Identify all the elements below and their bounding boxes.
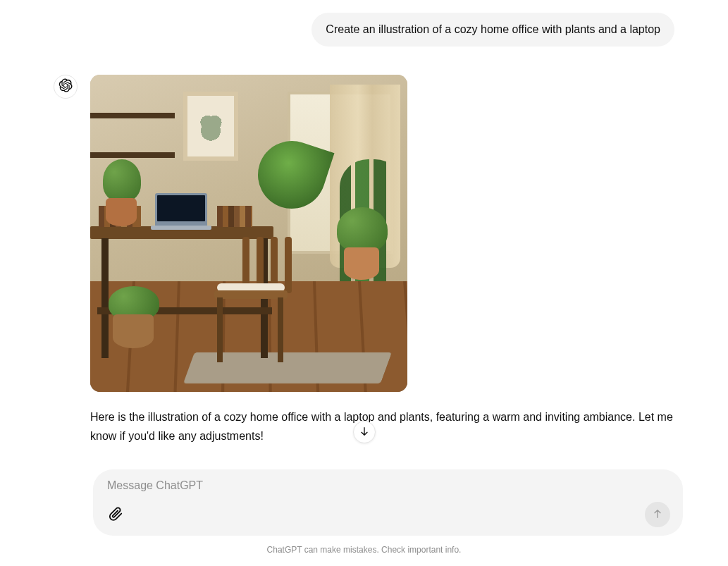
assistant-avatar — [54, 75, 78, 99]
generated-image[interactable] — [90, 75, 407, 392]
arrow-up-icon — [652, 508, 663, 522]
user-message-bubble: Create an illustration of a cozy home of… — [311, 13, 674, 47]
assistant-message-row: Here is the illustration of a cozy home … — [54, 75, 674, 445]
user-message-row: Create an illustration of a cozy home of… — [54, 13, 674, 47]
disclaimer-text: ChatGPT can make mistakes. Check importa… — [0, 545, 728, 555]
assistant-message-text: Here is the illustration of a cozy home … — [90, 407, 674, 445]
scroll-to-bottom-button[interactable] — [353, 421, 376, 443]
user-message-text: Create an illustration of a cozy home of… — [326, 23, 660, 35]
send-button[interactable] — [645, 502, 670, 527]
attach-button[interactable] — [106, 505, 125, 524]
assistant-content: Here is the illustration of a cozy home … — [90, 75, 674, 445]
message-input[interactable] — [106, 479, 670, 492]
arrow-down-icon — [359, 426, 370, 439]
chatgpt-logo-icon — [58, 78, 73, 95]
composer — [93, 469, 683, 536]
composer-toolbar — [106, 502, 670, 527]
image-illustration — [90, 75, 407, 392]
paperclip-icon — [108, 506, 123, 524]
